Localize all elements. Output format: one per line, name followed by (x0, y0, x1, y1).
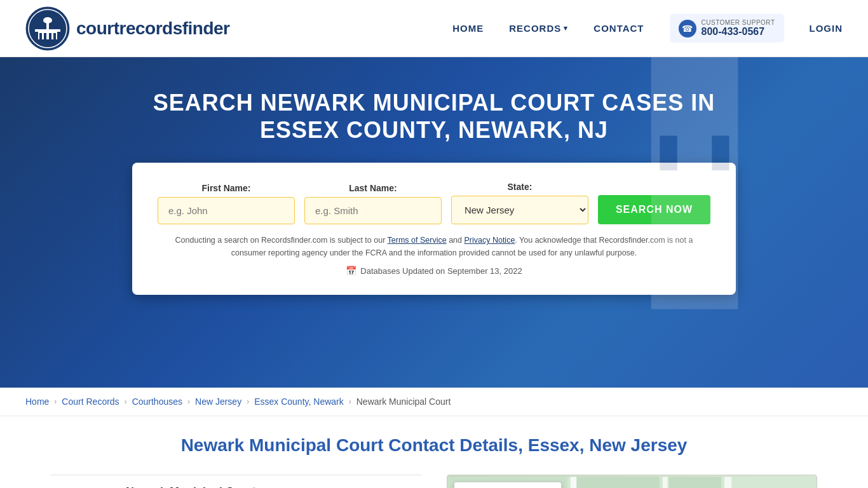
breadcrumb-new-jersey[interactable]: New Jersey (195, 396, 241, 407)
last-name-input[interactable] (304, 197, 442, 224)
hero-section: SEARCH NEWARK MUNICIPAL COURT CASES IN E… (0, 57, 868, 388)
nav-contact[interactable]: CONTACT (593, 23, 644, 34)
header: courtrecordsfinder HOME RECORDS ▾ CONTAC… (0, 0, 868, 57)
svg-rect-16 (576, 477, 660, 488)
breadcrumb-sep-3: › (187, 397, 190, 406)
breadcrumb: Home › Court Records › Courthouses › New… (0, 388, 868, 416)
first-name-group: First Name: (158, 183, 295, 224)
map-placeholder: 40°43'54.4"N 74°10'21... View larger map… (447, 475, 817, 488)
logo-icon (25, 6, 70, 51)
first-name-label: First Name: (158, 183, 295, 193)
nav-login[interactable]: LOGIN (810, 23, 843, 34)
logo-area[interactable]: courtrecordsfinder (25, 6, 230, 51)
svg-rect-3 (35, 29, 60, 32)
breadcrumb-home[interactable]: Home (25, 396, 49, 407)
details-section: Court Name: Newark Municipal Court State… (51, 475, 421, 488)
svg-point-5 (43, 17, 52, 24)
breadcrumb-sep-5: › (349, 397, 351, 406)
court-name-value: Newark Municipal Court (126, 485, 256, 488)
calendar-icon: 📅 (346, 266, 356, 276)
records-chevron-icon: ▾ (564, 24, 568, 32)
main-content: Newark Municipal Court Contact Details, … (0, 416, 868, 488)
map-container[interactable]: 40°43'54.4"N 74°10'21... View larger map… (447, 475, 817, 488)
logo-text: courtrecordsfinder (76, 18, 230, 39)
svg-rect-7 (44, 33, 46, 39)
last-name-group: Last Name: (304, 183, 442, 224)
map-info-box: 40°43'54.4"N 74°10'21... View larger map (454, 482, 562, 488)
breadcrumb-sep-4: › (247, 397, 249, 406)
svg-rect-18 (669, 477, 721, 488)
breadcrumb-court-records[interactable]: Court Records (62, 396, 119, 407)
details-map-row: Court Name: Newark Municipal Court State… (51, 475, 817, 488)
nav-home[interactable]: HOME (452, 23, 484, 34)
svg-rect-15 (724, 477, 732, 488)
support-box[interactable]: ☎ CUSTOMER SUPPORT 800-433-0567 (670, 14, 784, 43)
first-name-input[interactable] (158, 197, 295, 224)
privacy-link[interactable]: Privacy Notice (464, 236, 515, 245)
phone-icon: ☎ (679, 20, 696, 37)
svg-rect-8 (49, 33, 51, 39)
content-title: Newark Municipal Court Contact Details, … (51, 435, 817, 456)
main-nav: HOME RECORDS ▾ CONTACT ☎ CUSTOMER SUPPOR… (452, 14, 843, 43)
breadcrumb-essex-county[interactable]: Essex County, Newark (254, 396, 344, 407)
support-text: CUSTOMER SUPPORT 800-433-0567 (702, 19, 775, 37)
map-section: 40°43'54.4"N 74°10'21... View larger map… (447, 475, 817, 488)
breadcrumb-sep-2: › (125, 397, 127, 406)
hero-background (521, 57, 868, 388)
terms-link[interactable]: Terms of Service (388, 236, 447, 245)
svg-rect-14 (663, 477, 668, 488)
nav-records[interactable]: RECORDS ▾ (509, 23, 568, 34)
last-name-label: Last Name: (304, 183, 442, 193)
breadcrumb-sep-1: › (54, 397, 57, 406)
svg-rect-13 (571, 477, 577, 488)
detail-row-court-name: Court Name: Newark Municipal Court (51, 475, 421, 488)
breadcrumb-current: Newark Municipal Court (356, 396, 451, 407)
breadcrumb-courthouses[interactable]: Courthouses (132, 396, 182, 407)
svg-rect-9 (53, 33, 56, 39)
svg-rect-6 (39, 33, 42, 39)
